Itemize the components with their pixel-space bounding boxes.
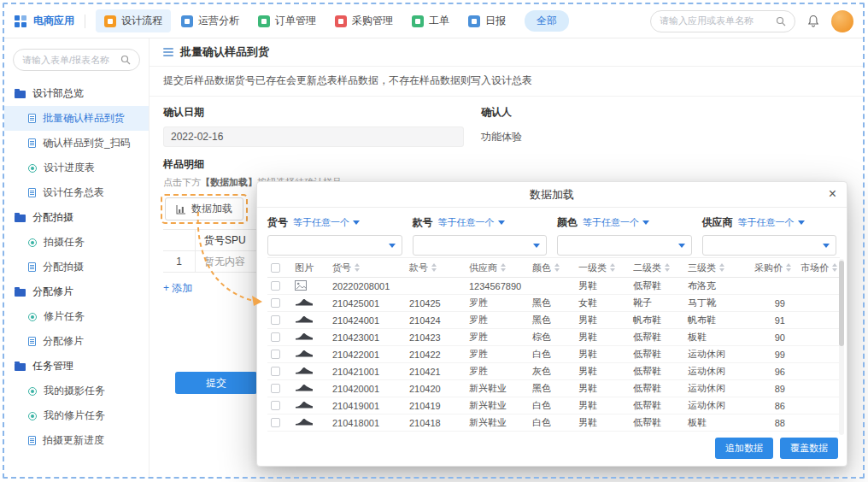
sidebar-item-2-1[interactable]: 分配修片 <box>4 329 149 354</box>
row-cell: 男鞋 <box>575 314 630 326</box>
row-image-cell <box>291 349 329 360</box>
confirm-date-input[interactable]: 2022-02-16 <box>163 126 464 147</box>
sort-icon[interactable] <box>355 263 360 272</box>
sort-icon[interactable] <box>610 263 615 272</box>
top-tab-0[interactable]: 设计流程 <box>96 9 171 32</box>
column-header-1[interactable]: 货号 <box>329 262 406 274</box>
sort-down-triangle <box>431 268 437 272</box>
submit-button[interactable]: 提交 <box>175 372 257 394</box>
column-header-8[interactable]: 采购价 <box>751 262 797 274</box>
close-icon[interactable]: × <box>829 185 836 203</box>
row-cell: 罗胜 <box>466 348 529 361</box>
sidebar-item-1-1[interactable]: 分配拍摄 <box>4 255 149 279</box>
row-cell: 帆布鞋 <box>684 314 751 326</box>
sidebar-item-3-0[interactable]: 我的摄影任务 <box>4 379 149 403</box>
top-tab-3[interactable]: 采购管理 <box>326 9 402 32</box>
select-all-checkbox[interactable] <box>271 263 280 273</box>
add-row-link[interactable]: + 添加 <box>163 281 192 296</box>
column-header-label: 款号 <box>409 262 428 274</box>
sidebar-group-1[interactable]: 分配拍摄 <box>4 205 149 230</box>
tab-icon <box>412 15 424 27</box>
column-header-6[interactable]: 二级类 <box>630 262 684 274</box>
sidebar-group-0[interactable]: 设计部总览 <box>4 81 149 106</box>
overwrite-data-button[interactable]: 覆盖数据 <box>780 438 838 459</box>
all-apps-pill[interactable]: 全部 <box>525 10 569 32</box>
table-row-7[interactable]: 210419001210419新兴鞋业白色男鞋低帮鞋运动休闲86 <box>267 397 840 414</box>
table-row-3[interactable]: 210423001210423罗胜棕色男鞋低帮鞋板鞋90 <box>267 329 840 346</box>
sort-up-triangle <box>554 263 560 267</box>
user-avatar[interactable] <box>831 10 853 32</box>
row-checkbox[interactable] <box>271 281 280 291</box>
table-row-5[interactable]: 210421001210421罗胜灰色男鞋低帮鞋运动休闲96 <box>267 363 840 380</box>
sidebar-item-0-2[interactable]: 设计进度表 <box>4 156 149 180</box>
table-row-0[interactable]: 202202080011234567890男鞋低帮鞋布洛克 <box>267 278 840 295</box>
sort-icon[interactable] <box>719 263 724 272</box>
table-row-2[interactable]: 210424001210424罗胜黑色男鞋帆布鞋帆布鞋91 <box>267 312 840 329</box>
row-checkbox[interactable] <box>271 367 280 376</box>
sidebar-group-3[interactable]: 任务管理 <box>4 354 149 379</box>
row-checkbox[interactable] <box>271 418 280 427</box>
top-tab-5[interactable]: 日报 <box>460 9 514 32</box>
row-checkbox[interactable] <box>271 332 280 342</box>
filter-select-2[interactable] <box>557 235 692 256</box>
filter-select-3[interactable] <box>702 235 837 256</box>
filter-operator[interactable]: 等于任意一个 <box>583 216 649 229</box>
row-checkbox[interactable] <box>271 315 280 325</box>
filter-operator[interactable]: 等于任意一个 <box>738 216 805 229</box>
product-table: 图片货号款号供应商颜色一级类二级类三级类采购价市场价20220208001123… <box>267 257 840 437</box>
bell-icon[interactable] <box>807 15 819 28</box>
row-cell: 运动休闲 <box>684 382 751 395</box>
sidebar-item-0-1[interactable]: 确认样品到货_扫码 <box>4 131 149 156</box>
filter-select-0[interactable] <box>267 235 402 256</box>
column-header-4[interactable]: 颜色 <box>529 262 575 274</box>
apps-grid-icon[interactable] <box>15 15 26 27</box>
filter-select-1[interactable] <box>413 235 548 256</box>
row-cell: 210423001 <box>329 332 406 343</box>
row-cell: 棕色 <box>529 331 575 344</box>
column-header-5[interactable]: 一级类 <box>575 262 630 274</box>
scrollbar-thumb[interactable] <box>839 261 844 346</box>
column-header-2[interactable]: 款号 <box>406 262 466 274</box>
filter-operator[interactable]: 等于任意一个 <box>438 216 505 229</box>
sort-icon[interactable] <box>832 263 837 272</box>
hint-strong: 【数据加载】 <box>201 177 257 187</box>
sort-icon[interactable] <box>554 263 560 272</box>
column-header-9[interactable]: 市场价 <box>797 262 840 274</box>
sidebar-search-input[interactable]: 请输入表单/报表名称 <box>13 49 140 71</box>
sidebar-item-3-1[interactable]: 我的修片任务 <box>4 403 149 428</box>
tab-label: 日报 <box>485 14 506 28</box>
row-checkbox[interactable] <box>271 350 280 359</box>
filter-operator[interactable]: 等于任意一个 <box>293 216 360 229</box>
app-name[interactable]: 电商应用 <box>33 14 74 28</box>
sidebar-item-0-3[interactable]: 设计任务总表 <box>4 180 149 205</box>
column-header-3[interactable]: 供应商 <box>466 262 529 274</box>
sort-icon[interactable] <box>431 263 437 272</box>
sidebar-group-2[interactable]: 分配修片 <box>4 279 149 304</box>
sort-icon[interactable] <box>786 263 791 272</box>
row-checkbox[interactable] <box>271 401 280 410</box>
top-tab-1[interactable]: 运营分析 <box>173 9 248 32</box>
table-row-1[interactable]: 210425001210425罗胜黑色女鞋靴子马丁靴99 <box>267 295 840 312</box>
data-load-button[interactable]: 数据加载 <box>165 197 243 220</box>
sidebar-item-3-2[interactable]: 拍摄更新进度 <box>4 428 149 453</box>
sort-up-triangle <box>610 263 615 267</box>
column-header-0[interactable]: 图片 <box>291 262 329 274</box>
table-row-6[interactable]: 210420001210420新兴鞋业黑色男鞋低帮鞋运动休闲89 <box>267 380 840 397</box>
row-cell: 新兴鞋业 <box>466 382 529 395</box>
column-header-7[interactable]: 三级类 <box>684 262 751 274</box>
topbar-search-input[interactable]: 请输入应用或表单名称 <box>650 10 795 32</box>
sort-icon[interactable] <box>501 263 506 272</box>
sidebar-item-0-0[interactable]: 批量确认样品到货 <box>4 106 149 131</box>
table-row-4[interactable]: 210422001210422罗胜白色男鞋低帮鞋运动休闲99 <box>267 346 840 363</box>
modal-scrollbar[interactable] <box>839 259 844 435</box>
sidebar-item-1-0[interactable]: 拍摄任务 <box>4 230 149 255</box>
table-row-8[interactable]: 210418001210418新兴鞋业白色男鞋低帮鞋板鞋88 <box>267 414 840 432</box>
append-data-button[interactable]: 追加数据 <box>715 438 773 459</box>
collapse-sidebar-icon[interactable] <box>163 48 173 56</box>
sidebar-item-2-0[interactable]: 修片任务 <box>4 304 149 329</box>
row-checkbox[interactable] <box>271 384 280 393</box>
top-tab-2[interactable]: 订单管理 <box>249 9 325 32</box>
row-checkbox[interactable] <box>271 298 280 308</box>
sort-icon[interactable] <box>665 263 670 272</box>
top-tab-4[interactable]: 工单 <box>403 9 458 32</box>
